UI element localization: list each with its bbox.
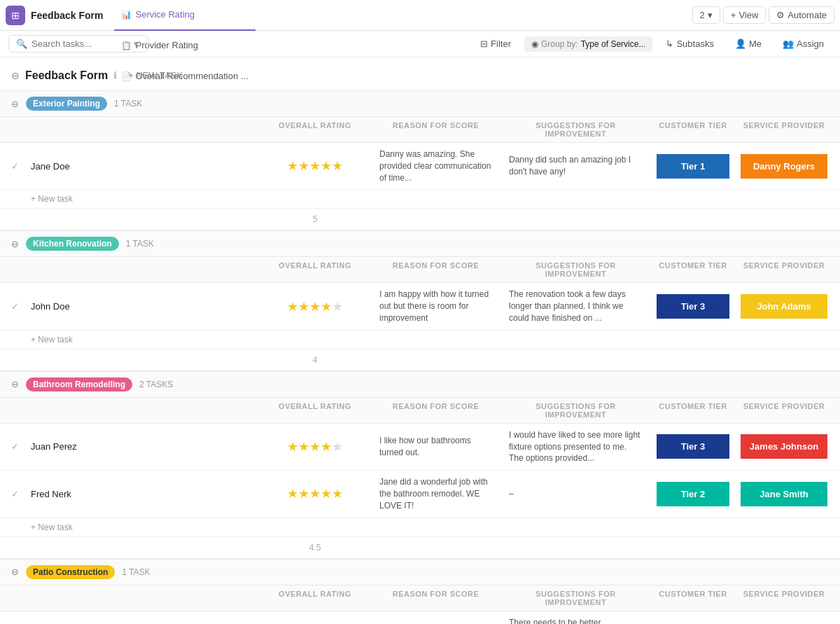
stars-cell: ★★★★★ bbox=[259, 293, 371, 320]
group-count-kitchen-renovation: 1 TASK bbox=[126, 239, 154, 249]
provider-badge: James Johnson bbox=[741, 434, 827, 459]
page-info-icon[interactable]: ℹ bbox=[113, 70, 117, 81]
search-box[interactable]: 🔍 ▾ bbox=[8, 35, 148, 53]
task-row[interactable]: ✓ Jane Doe ★★★★★ Danny was amazing. She … bbox=[0, 143, 840, 190]
star-5: ★ bbox=[332, 299, 343, 314]
page-title: Feedback Form bbox=[25, 69, 108, 82]
group-header-exterior-painting: ⊖ Exterior Painting 1 TASK bbox=[0, 90, 840, 117]
group-toggle-patio-construction[interactable]: ⊖ bbox=[11, 567, 19, 577]
provider-badge: Danny Rogers bbox=[741, 154, 827, 179]
filter-label: Filter bbox=[491, 39, 511, 49]
avg-empty3 bbox=[500, 212, 651, 227]
automate-btn[interactable]: ⚙ Automate bbox=[769, 6, 834, 24]
star-1: ★ bbox=[287, 486, 298, 501]
col-overall-rating: OVERALL RATING bbox=[259, 402, 371, 419]
task-name: Jane Doe bbox=[31, 161, 70, 172]
me-btn[interactable]: 👤 Me bbox=[727, 35, 769, 53]
col-customer-tier: CUSTOMER TIER bbox=[651, 590, 735, 606]
star-5: ★ bbox=[332, 439, 343, 455]
avg-row: 5 bbox=[0, 209, 840, 230]
tier-cell: Tier 1 bbox=[651, 151, 735, 181]
subtasks-btn[interactable]: ↳ Subtasks bbox=[658, 35, 721, 53]
avg-value: 4 bbox=[259, 352, 371, 368]
avg-value: 5 bbox=[259, 212, 371, 227]
group-toggle-bathroom-remodelling[interactable]: ⊖ bbox=[11, 379, 19, 389]
groupby-value: Type of Service... bbox=[581, 39, 646, 49]
col-reason: REASON FOR SCORE bbox=[371, 402, 500, 419]
task-row[interactable]: ✓ Tom Cobley ★★★★★ The price was totally… bbox=[0, 611, 840, 624]
col-overall-rating: OVERALL RATING bbox=[259, 121, 371, 138]
task-row[interactable]: ✓ John Doe ★★★★★ I am happy with how it … bbox=[0, 283, 840, 330]
search-input[interactable] bbox=[31, 39, 130, 49]
new-task-header-btn[interactable]: + NEW TASK bbox=[122, 69, 188, 82]
tab-label: Service Rating bbox=[135, 9, 195, 20]
new-task-row[interactable]: + New task bbox=[0, 331, 840, 349]
nav-title: Feedback Form bbox=[31, 10, 103, 21]
view-caret: ▾ bbox=[708, 10, 713, 20]
view-count: 2 bbox=[700, 10, 705, 20]
top-nav: ⊞ Feedback Form 📋Start Here!📄Feedback📊Se… bbox=[0, 0, 840, 31]
provider-cell: James Johnson bbox=[735, 431, 833, 462]
subtasks-label: Subtasks bbox=[676, 39, 713, 49]
filter-btn[interactable]: ⊟ Filter bbox=[472, 35, 519, 53]
group-toggle-exterior-painting[interactable]: ⊖ bbox=[11, 99, 19, 109]
me-icon: 👤 bbox=[735, 39, 746, 49]
group-tag-kitchen-renovation: Kitchen Renovation bbox=[26, 237, 119, 251]
task-name-cell: ✓ John Doe bbox=[0, 296, 259, 317]
star-4: ★ bbox=[321, 158, 332, 174]
task-check[interactable]: ✓ bbox=[11, 441, 25, 452]
task-row[interactable]: ✓ Juan Perez ★★★★★ I like how our bathro… bbox=[0, 424, 840, 471]
group-section-exterior-painting: ⊖ Exterior Painting 1 TASK OVERALL RATIN… bbox=[0, 90, 840, 230]
nav-tab-service-rating[interactable]: 📊Service Rating bbox=[114, 0, 255, 31]
tier-cell: Tier 2 bbox=[651, 479, 735, 509]
group-header-bathroom-remodelling: ⊖ Bathroom Remodelling 2 TASKS bbox=[0, 371, 840, 398]
view-label: View bbox=[738, 10, 758, 20]
star-1: ★ bbox=[287, 158, 298, 174]
view-btn[interactable]: + View bbox=[723, 6, 766, 24]
page-header-toggle[interactable]: ⊖ bbox=[11, 70, 20, 81]
col-customer-tier: CUSTOMER TIER bbox=[651, 261, 735, 278]
groupby-label: Group by: bbox=[541, 39, 578, 49]
group-toggle-kitchen-renovation[interactable]: ⊖ bbox=[11, 239, 19, 249]
avg-empty2 bbox=[371, 540, 500, 555]
avg-empty bbox=[0, 212, 259, 227]
col-service-provider: SERVICE PROVIDER bbox=[735, 402, 833, 419]
assign-label: Assign bbox=[797, 39, 824, 49]
subtasks-icon: ↳ bbox=[666, 39, 673, 49]
group-header-patio-construction: ⊖ Patio Construction 1 TASK bbox=[0, 559, 840, 585]
avg-empty bbox=[0, 540, 259, 555]
view-count-btn[interactable]: 2 ▾ bbox=[692, 6, 720, 24]
star-2: ★ bbox=[298, 439, 309, 455]
task-check[interactable]: ✓ bbox=[11, 301, 25, 312]
new-task-row[interactable]: + New task bbox=[0, 518, 840, 537]
search-dropdown-icon: ▾ bbox=[134, 39, 139, 49]
col-service-provider: SERVICE PROVIDER bbox=[735, 121, 833, 138]
col-headers-bathroom-remodelling: OVERALL RATING REASON FOR SCORE SUGGESTI… bbox=[0, 398, 840, 424]
task-name-cell: ✓ Juan Perez bbox=[0, 436, 259, 457]
group-count-exterior-painting: 1 TASK bbox=[114, 99, 142, 109]
task-check[interactable]: ✓ bbox=[11, 161, 25, 172]
main-content: ⊖ Feedback Form ℹ + NEW TASK ⊖ Exterior … bbox=[0, 57, 840, 624]
group-count-bathroom-remodelling: 2 TASKS bbox=[139, 380, 173, 389]
avg-empty4 bbox=[651, 352, 735, 368]
groupby-btn[interactable]: ◉ Group by: Type of Service... bbox=[524, 36, 652, 52]
assign-btn[interactable]: 👥 Assign bbox=[775, 35, 832, 53]
star-4: ★ bbox=[321, 299, 332, 314]
provider-badge: John Adams bbox=[741, 294, 827, 319]
col-overall-rating: OVERALL RATING bbox=[259, 261, 371, 278]
task-row[interactable]: ✓ Fred Nerk ★★★★★ Jane did a wonderful j… bbox=[0, 471, 840, 518]
star-5: ★ bbox=[332, 158, 343, 174]
star-2: ★ bbox=[298, 158, 309, 174]
search-icon: 🔍 bbox=[16, 39, 27, 49]
star-4: ★ bbox=[321, 439, 332, 455]
avg-empty bbox=[0, 352, 259, 368]
group-section-bathroom-remodelling: ⊖ Bathroom Remodelling 2 TASKS OVERALL R… bbox=[0, 371, 840, 559]
avg-row: 4 bbox=[0, 349, 840, 371]
star-3: ★ bbox=[309, 158, 321, 174]
automate-label: Automate bbox=[788, 10, 827, 20]
new-task-row[interactable]: + New task bbox=[0, 190, 840, 209]
suggestions-cell: The renovation took a few days longer th… bbox=[500, 283, 651, 329]
suggestions-cell: – bbox=[500, 483, 651, 506]
task-check[interactable]: ✓ bbox=[11, 489, 25, 499]
task-name-cell: ✓ Jane Doe bbox=[0, 155, 259, 177]
